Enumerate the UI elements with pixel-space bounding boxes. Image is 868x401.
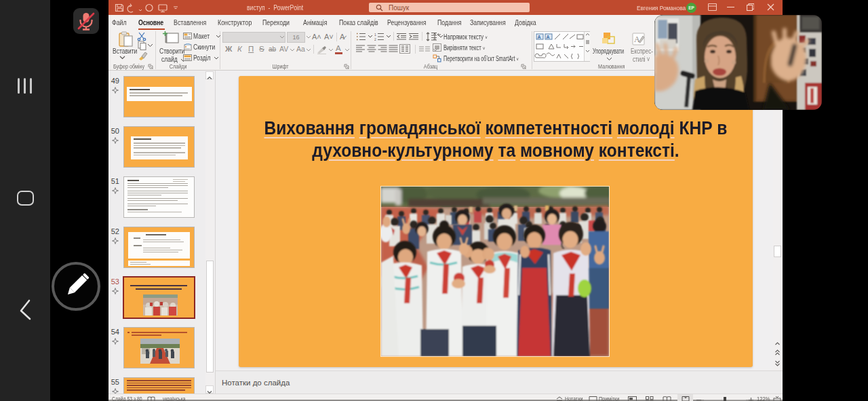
svg-text:A: A	[538, 35, 541, 39]
svg-text:A: A	[634, 35, 640, 44]
svg-text:1: 1	[374, 33, 376, 37]
svg-text:2: 2	[374, 37, 376, 41]
svg-text:A: A	[547, 35, 550, 39]
